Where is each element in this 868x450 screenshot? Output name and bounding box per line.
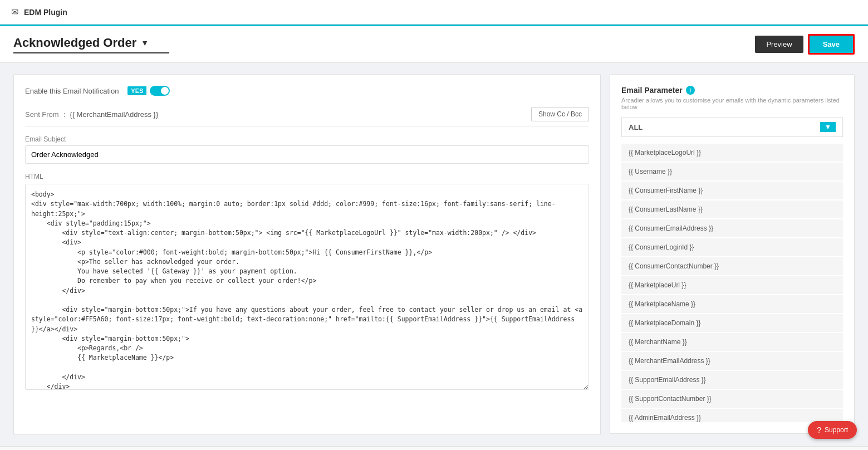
html-textarea[interactable]: [25, 184, 589, 390]
sent-from-label: Sent From: [25, 110, 59, 119]
support-icon: ?: [817, 425, 821, 434]
email-subject-field: Email Subject: [25, 135, 589, 164]
left-panel: Enable this Email Notification YES Sent …: [13, 74, 601, 435]
save-button-top[interactable]: Save: [808, 34, 855, 55]
sent-from-value: {{ MerchantEmailAddress }}: [70, 110, 158, 119]
email-subject-input[interactable]: [25, 145, 589, 164]
param-item[interactable]: {{ MarketplaceDomain }}: [621, 314, 843, 332]
support-button[interactable]: ? Support: [808, 421, 857, 439]
enable-row: Enable this Email Notification YES: [25, 86, 589, 96]
param-item[interactable]: {{ ConsumerContactNumber }}: [621, 257, 843, 275]
toolbar-row: Acknowledged Order ▼ Preview Save: [0, 26, 868, 63]
param-item[interactable]: {{ MarketplaceUrl }}: [621, 276, 843, 294]
bottom-bar: Revert to Default Save: [0, 446, 868, 450]
param-item[interactable]: {{ SupportContactNumber }}: [621, 390, 843, 408]
email-icon: ✉: [11, 7, 18, 17]
param-list: {{ MarketplaceLogoUrl }}{{ Username }}{{…: [621, 144, 843, 422]
main-content: Enable this Email Notification YES Sent …: [0, 63, 868, 446]
sent-from-colon: :: [63, 110, 66, 119]
param-item[interactable]: {{ MerchantName }}: [621, 333, 843, 351]
param-item[interactable]: {{ ConsumerLoginId }}: [621, 238, 843, 256]
param-item[interactable]: {{ ConsumerEmailAddress }}: [621, 219, 843, 237]
header-bar: ✉ EDM Plugin: [0, 0, 868, 25]
param-item[interactable]: {{ ConsumerLastName }}: [621, 200, 843, 218]
app-title: EDM Plugin: [24, 8, 67, 17]
param-filter-label: ALL: [629, 123, 643, 131]
template-dropdown-label: Acknowledged Order: [13, 36, 136, 50]
support-label: Support: [825, 426, 848, 434]
chevron-down-icon: ▼: [141, 38, 149, 47]
toolbar-buttons: Preview Save: [755, 34, 855, 55]
param-title: Email Parameter: [621, 86, 683, 95]
param-filter-dropdown[interactable]: ALL ▼: [621, 117, 843, 137]
enable-label: Enable this Email Notification: [25, 87, 119, 95]
html-section: HTML: [25, 173, 589, 392]
param-item[interactable]: {{ MarketplaceLogoUrl }}: [621, 144, 843, 162]
param-item[interactable]: {{ Username }}: [621, 163, 843, 180]
right-panel: Email Parameter i Arcadier allows you to…: [610, 74, 855, 434]
param-desc: Arcadier allows you to customise your em…: [621, 97, 843, 110]
param-item[interactable]: {{ MarketplaceName }}: [621, 295, 843, 313]
info-icon: i: [686, 86, 695, 95]
sent-from-row: Sent From : {{ MerchantEmailAddress }} S…: [25, 107, 589, 126]
param-item[interactable]: {{ AdminEmailAddress }}: [621, 409, 843, 422]
param-item[interactable]: {{ MerchantEmailAddress }}: [621, 352, 843, 370]
template-dropdown[interactable]: Acknowledged Order ▼: [13, 36, 169, 53]
param-filter-chevron-icon: ▼: [820, 122, 836, 132]
param-title-row: Email Parameter i: [621, 86, 843, 95]
sent-from-left: Sent From : {{ MerchantEmailAddress }}: [25, 110, 158, 119]
toggle-switch[interactable]: [150, 86, 170, 96]
toggle-yes-label: YES: [127, 86, 146, 95]
preview-button[interactable]: Preview: [755, 36, 803, 53]
param-item[interactable]: {{ SupportEmailAddress }}: [621, 371, 843, 389]
html-label: HTML: [25, 173, 589, 180]
toggle-container[interactable]: YES: [127, 86, 170, 96]
email-subject-label: Email Subject: [25, 135, 589, 143]
show-cc-button[interactable]: Show Cc / Bcc: [531, 107, 589, 121]
param-item[interactable]: {{ ConsumerFirstName }}: [621, 182, 843, 199]
